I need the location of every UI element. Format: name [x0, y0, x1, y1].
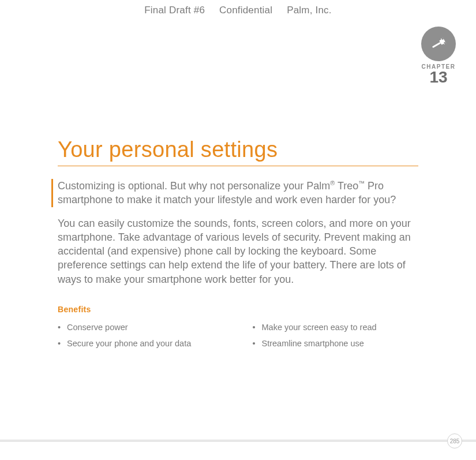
- svg-rect-0: [432, 42, 441, 48]
- chapter-badge: CHAPTER 13: [418, 27, 459, 85]
- company-label: Palm, Inc.: [287, 5, 332, 16]
- benefits-column-1: Conserve power Secure your phone and you…: [58, 320, 224, 351]
- footer-rule: [0, 440, 476, 442]
- benefit-item: Secure your phone and your data: [58, 336, 224, 352]
- benefits-column-2: Make your screen easy to read Streamline…: [253, 320, 419, 351]
- intro-paragraph-1: Customizing is optional. But why not per…: [51, 179, 418, 207]
- draft-label: Final Draft #6: [144, 5, 205, 16]
- intro-text: Customizing is optional. But why not per…: [58, 180, 330, 192]
- benefits-heading: Benefits: [58, 305, 418, 314]
- chapter-title: Your personal settings: [58, 137, 418, 166]
- intro-text: Treo: [335, 180, 358, 192]
- page-number: 285: [447, 433, 462, 448]
- wrench-icon: [421, 27, 456, 61]
- benefits-columns: Conserve power Secure your phone and you…: [58, 320, 418, 351]
- chapter-number: 13: [418, 69, 459, 85]
- registered-symbol: ®: [330, 179, 335, 186]
- intro-block: Customizing is optional. But why not per…: [58, 179, 418, 286]
- benefit-item: Streamline smartphone use: [253, 336, 419, 352]
- confidential-label: Confidential: [219, 5, 272, 16]
- intro-paragraph-2: You can easily customize the sounds, fon…: [58, 216, 418, 286]
- benefit-item: Make your screen easy to read: [253, 320, 419, 336]
- trademark-symbol: ™: [358, 179, 365, 186]
- page-content: Your personal settings Customizing is op…: [0, 137, 476, 351]
- benefit-item: Conserve power: [58, 320, 224, 336]
- document-header: Final Draft #6 Confidential Palm, Inc.: [0, 0, 476, 16]
